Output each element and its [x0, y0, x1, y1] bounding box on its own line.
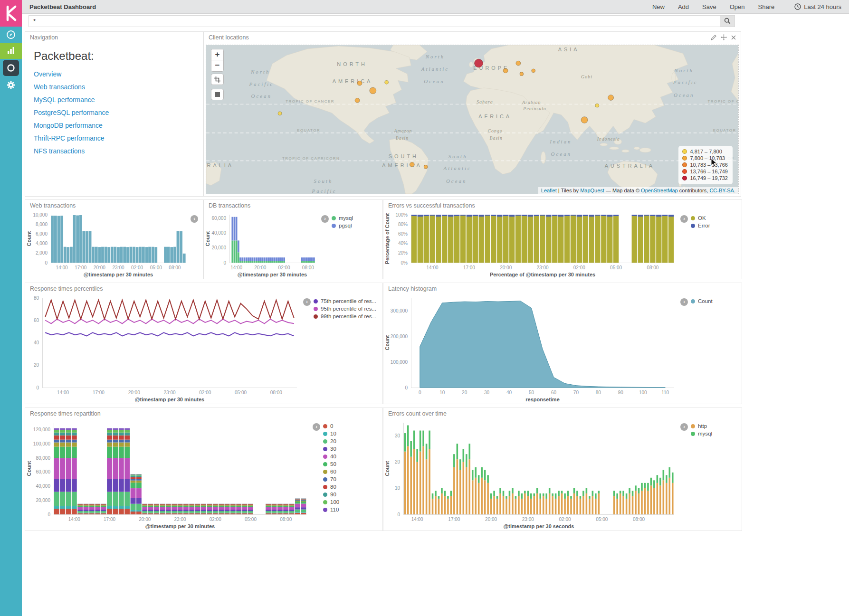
svg-text:100,000: 100,000 [391, 360, 408, 365]
nav-link-mongodb-performance[interactable]: MongoDB performance [34, 122, 194, 129]
zoom-in-button[interactable]: + [211, 49, 223, 60]
close-icon[interactable] [731, 35, 736, 40]
legend-item[interactable]: 50 [323, 461, 380, 467]
svg-text:05:00: 05:00 [245, 517, 257, 522]
svg-text:0: 0 [419, 390, 421, 395]
legend-item[interactable]: http [691, 423, 739, 429]
legend-toggle[interactable]: › [680, 298, 688, 306]
map-marker[interactable] [595, 104, 599, 107]
legend-item[interactable]: mysql [691, 431, 739, 436]
legend-item[interactable]: 110 [323, 507, 380, 512]
panel-response-times-repartition-header: Response times repartition [25, 408, 382, 419]
sidebar-item-discover[interactable] [0, 27, 22, 43]
search-button[interactable] [720, 15, 735, 27]
nav-link-overview[interactable]: Overview [34, 70, 194, 78]
legend-toggle[interactable]: ‹ [191, 215, 198, 223]
map-marker[interactable] [410, 162, 414, 167]
map-marker[interactable] [424, 165, 428, 169]
sidebar-item-settings[interactable] [0, 77, 22, 93]
svg-text:02:00: 02:00 [559, 517, 571, 522]
legend-color-dot [691, 432, 695, 436]
legend-toggle[interactable]: › [321, 215, 329, 223]
map-marker[interactable] [520, 72, 524, 76]
map-label: Ocean [446, 178, 467, 184]
map-marker[interactable] [385, 80, 389, 84]
open-button[interactable]: Open [730, 3, 745, 10]
legend-toggle[interactable]: › [303, 298, 311, 306]
map-legend-row: 4,817 – 7,800 [682, 149, 728, 154]
legend-item-label: 95th percentile of res... [321, 306, 376, 312]
svg-text:08:00: 08:00 [280, 517, 292, 522]
legend-item[interactable]: 0 [323, 423, 380, 429]
sidebar-item-dashboard[interactable] [3, 60, 19, 76]
fit-bounds-button[interactable] [211, 89, 224, 100]
legend-item-label: 50 [330, 461, 336, 467]
svg-text:02:00: 02:00 [210, 517, 221, 522]
attribution-link[interactable]: Leaflet [541, 188, 557, 193]
legend-item[interactable]: 40 [323, 454, 380, 459]
map-marker[interactable] [581, 117, 588, 123]
legend-color-dot [323, 455, 327, 459]
edit-icon[interactable] [711, 35, 716, 40]
legend-item[interactable]: pgsql [332, 223, 380, 228]
attribution-link[interactable]: MapQuest [580, 188, 604, 193]
legend-item[interactable]: mysql [332, 215, 380, 221]
map-marker[interactable] [278, 112, 282, 115]
legend-item[interactable]: 30 [323, 446, 380, 452]
legend-item[interactable]: 20 [323, 438, 380, 444]
map-marker[interactable] [516, 61, 521, 66]
legend-item[interactable]: 90 [323, 492, 380, 497]
attribution-link[interactable]: OpenStreetMap [641, 188, 678, 193]
legend-toggle[interactable]: › [680, 423, 688, 431]
move-icon[interactable] [721, 34, 727, 40]
map-marker[interactable] [474, 59, 483, 67]
add-button[interactable]: Add [678, 3, 689, 10]
legend-item[interactable]: 100 [323, 499, 380, 505]
nav-link-mysql-performance[interactable]: MySQL performance [34, 96, 194, 104]
nav-link-postgresql-performance[interactable]: PostgreSQL performance [34, 109, 194, 116]
svg-text:20:00: 20:00 [128, 390, 140, 395]
new-button[interactable]: New [652, 3, 665, 10]
svg-text:40%: 40% [398, 241, 408, 246]
kibana-logo[interactable] [0, 0, 22, 27]
legend-item[interactable]: 10 [323, 431, 380, 436]
nav-link-web-transactions[interactable]: Web transactions [34, 83, 194, 91]
legend-item[interactable]: 75th percentile of res... [314, 298, 380, 304]
map-label: South [448, 153, 467, 159]
time-picker[interactable]: Last 24 hours [794, 3, 841, 10]
svg-text:20:00: 20:00 [254, 265, 266, 270]
attribution-link[interactable]: CC-BY-SA [709, 188, 734, 193]
map-marker[interactable] [503, 68, 508, 73]
legend-item-label: 20 [330, 438, 336, 444]
legend-toggle[interactable]: › [680, 215, 688, 223]
map-marker[interactable] [532, 69, 535, 73]
chart-canvas: 02040608014:0017:0020:0023:0002:0005:000… [25, 294, 301, 404]
share-button[interactable]: Share [758, 3, 775, 10]
zoom-out-button[interactable]: − [211, 60, 223, 71]
legend-color-dot [323, 508, 327, 512]
draw-filter-button[interactable] [211, 74, 224, 85]
legend-item[interactable]: 95th percentile of res... [314, 306, 380, 312]
map-marker[interactable] [370, 87, 376, 94]
legend-item[interactable]: 70 [323, 476, 380, 482]
map-marker[interactable] [355, 98, 360, 103]
save-button[interactable]: Save [702, 3, 716, 10]
map-marker[interactable] [608, 95, 614, 101]
world-map[interactable]: NORTHAMERICANorthPacificOceanNorthAtlant… [206, 45, 739, 194]
legend-item[interactable]: Count [691, 298, 739, 304]
nav-link-thrift-rpc-performance[interactable]: Thrift-RPC performance [34, 134, 194, 142]
legend-color-dot [323, 493, 327, 497]
legend-toggle[interactable]: › [313, 423, 320, 431]
legend-item[interactable]: 99th percentile of res... [314, 313, 380, 319]
legend-item[interactable]: 80 [323, 484, 380, 490]
nav-link-nfs-transactions[interactable]: NFS transactions [34, 147, 194, 155]
query-input[interactable] [29, 15, 720, 27]
top-bar: Packetbeat Dashboard New Add Save Open S… [22, 0, 849, 14]
legend-item[interactable]: OK [691, 215, 739, 221]
legend-item[interactable]: 60 [323, 469, 380, 474]
legend-item[interactable]: Error [691, 223, 739, 228]
sidebar-item-visualize[interactable] [0, 43, 22, 59]
svg-text:17:00: 17:00 [93, 390, 105, 395]
svg-text:@timestamp per 30 minutes: @timestamp per 30 minutes [84, 272, 153, 277]
map-marker[interactable] [357, 81, 362, 85]
